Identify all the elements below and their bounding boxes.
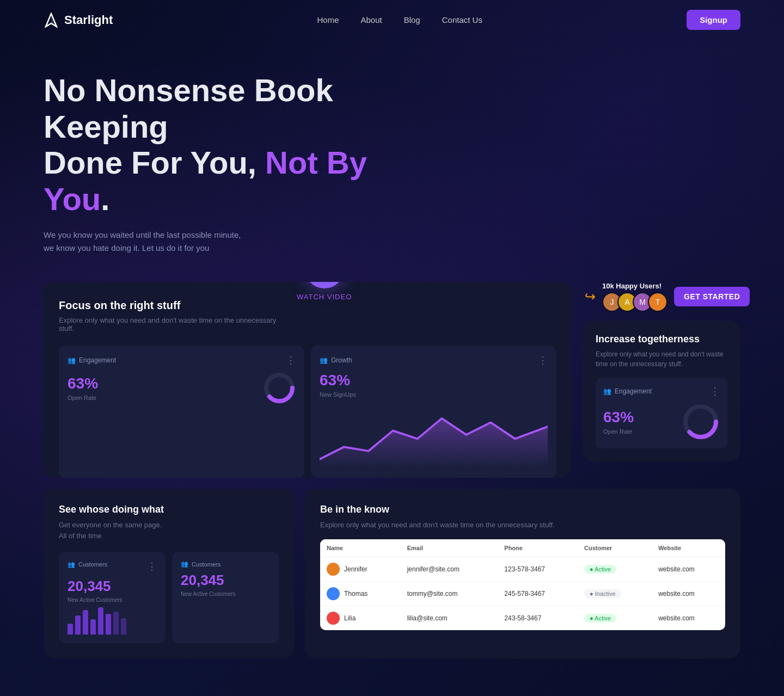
growth-value: 63% [320, 372, 548, 389]
bar-7 [113, 612, 119, 635]
status-badge: ● Active [584, 565, 616, 574]
togetherness-value: 63% [603, 409, 634, 426]
customers2-sublabel: New Active Customers [181, 591, 270, 597]
togetherness-menu[interactable]: ⋮ [710, 385, 720, 397]
table-row: Thomas tommy@site.com 245-578-3467 ● Ina… [320, 581, 725, 606]
customers1-menu[interactable]: ⋮ [147, 561, 157, 572]
know-title: Be in the know [320, 504, 725, 515]
know-desc: Explore only what you need and don't was… [320, 520, 725, 531]
col-customer: Customer [578, 539, 652, 557]
avatars-row: J A M T [602, 292, 667, 312]
bar-5 [98, 607, 103, 635]
customers1-sublabel: New Active Customers [68, 597, 157, 603]
customers2-icon: 👥 [181, 561, 188, 568]
cards-section: WATCH VIDEO Focus on the right stuff Exp… [0, 282, 784, 478]
activity-card: See whose doing what Get everyone on the… [44, 489, 294, 658]
watch-label: WATCH VIDEO [297, 293, 352, 301]
logo[interactable]: Starlight [44, 13, 113, 28]
bottom-cards: See whose doing what Get everyone on the… [0, 478, 784, 669]
logo-text: Starlight [64, 13, 113, 27]
togetherness-inner-card: 👥 Engagement ⋮ 63% Open Rate [596, 378, 727, 448]
growth-area-chart [320, 402, 548, 467]
table-header-row: Name Email Phone Customer Website [320, 539, 725, 557]
navbar: Starlight Home About Blog Contact Us Sig… [0, 0, 784, 40]
togetherness-people-icon: 👥 [603, 387, 611, 395]
focus-card-title: Focus on the right stuff [59, 299, 556, 312]
growth-sublabel: New SignUps [320, 391, 548, 398]
customers-card-1: 👥 Customers ⋮ 20,345 New Active Customer… [59, 552, 166, 643]
togetherness-inner-label: Engagement [615, 387, 652, 395]
focus-card-desc: Explore only what you need and don't was… [59, 316, 277, 332]
nav-contact[interactable]: Contact Us [442, 15, 482, 24]
customers1-icon: 👥 [68, 561, 75, 568]
nav-about[interactable]: About [360, 15, 382, 24]
people-icon: 👥 [68, 356, 76, 364]
col-phone: Phone [498, 539, 578, 557]
svg-marker-1 [51, 14, 57, 27]
hero-title: No Nonsense Book Keeping Done For You, N… [44, 72, 414, 218]
table-row: Jennifer jennifer@site.com 123-578-3467 … [320, 557, 725, 581]
bar-3 [83, 610, 88, 635]
get-started-button[interactable]: GET STARTED [674, 287, 750, 306]
growth-menu[interactable]: ⋮ [538, 354, 548, 366]
customers-bar-chart [68, 607, 157, 635]
table-row: Lilia lilia@site.com 243-58-3467 ● Activ… [320, 606, 725, 630]
col-website: Website [652, 539, 725, 557]
happy-users-section: ↩ 10k Happy Users! J A M T GET STARTED [583, 282, 740, 312]
engagement-value: 63% [68, 375, 98, 392]
bar-1 [68, 624, 73, 635]
col-name: Name [320, 539, 401, 557]
bar-8 [121, 618, 126, 635]
engagement-sublabel: Open Rate [68, 395, 98, 401]
customers1-label: Customers [78, 561, 107, 568]
nav-home[interactable]: Home [317, 15, 339, 24]
nav-blog[interactable]: Blog [404, 15, 420, 24]
data-table: Name Email Phone Customer Website Jennif… [320, 539, 725, 630]
logo-icon [44, 13, 59, 28]
togetherness-card: Increase togetherness Explore only what … [583, 321, 740, 461]
hero-section: No Nonsense Book Keeping Done For You, N… [0, 40, 784, 255]
video-overlay: WATCH VIDEO [297, 282, 352, 301]
arrow-icon: ↩ [585, 289, 596, 304]
customers2-label: Customers [192, 561, 220, 568]
bar-4 [90, 619, 96, 635]
togetherness-desc: Explore only what you need and don't was… [596, 349, 727, 369]
status-badge: ● Inactive [584, 589, 621, 598]
nav-links: Home About Blog Contact Us [317, 15, 482, 25]
signup-button[interactable]: Signup [687, 10, 740, 30]
togetherness-title: Increase togetherness [596, 334, 727, 345]
togetherness-donut [682, 403, 720, 441]
engagement-donut [263, 372, 296, 404]
col-email: Email [401, 539, 498, 557]
customers2-value: 20,345 [181, 572, 270, 589]
hero-subtitle: We you know you waited until the last po… [44, 229, 250, 255]
bar-6 [106, 614, 111, 635]
growth-mini-card: 👥 Growth ⋮ 63% New SignUps [311, 346, 556, 478]
activity-title: See whose doing what [59, 504, 279, 515]
activity-desc: Get everyone on the same page. All of th… [59, 520, 279, 541]
avatar-4: T [648, 292, 667, 312]
cards-right: ↩ 10k Happy Users! J A M T GET STARTED I… [583, 282, 740, 461]
engagement-mini-card: 👥 Engagement ⋮ 63% Open Rate [59, 346, 304, 478]
activity-inner: 👥 Customers ⋮ 20,345 New Active Customer… [59, 552, 279, 643]
know-card: Be in the know Explore only what you nee… [305, 489, 740, 658]
customers1-value: 20,345 [68, 578, 157, 595]
play-button[interactable] [305, 282, 344, 288]
engagement-menu[interactable]: ⋮ [286, 354, 296, 366]
bar-2 [75, 615, 81, 635]
togetherness-sublabel: Open Rate [603, 428, 634, 435]
customers-card-2: 👥 Customers 20,345 New Active Customers [172, 552, 279, 643]
status-badge: ● Active [584, 614, 616, 623]
focus-card: WATCH VIDEO Focus on the right stuff Exp… [44, 282, 572, 478]
growth-people-icon: 👥 [320, 356, 328, 364]
mini-cards-row: 👥 Engagement ⋮ 63% Open Rate [59, 346, 556, 478]
happy-users-text: 10k Happy Users! [602, 282, 667, 290]
